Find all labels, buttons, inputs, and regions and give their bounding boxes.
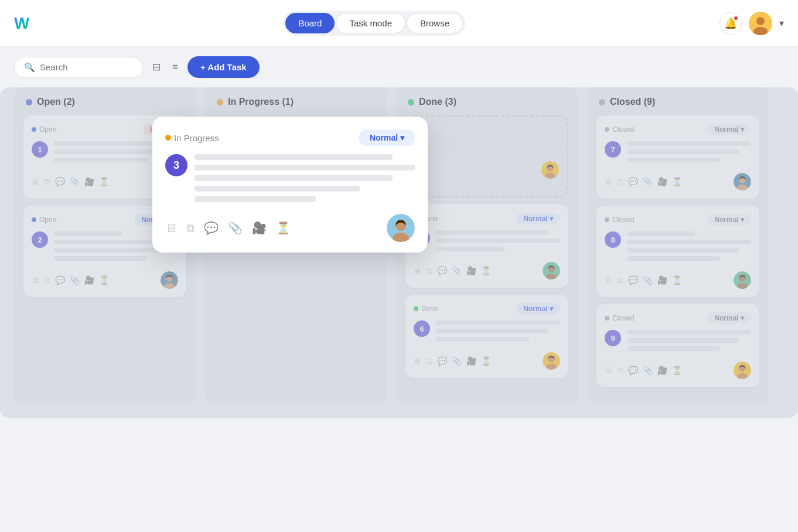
card-footer: 🖥 ⧉ 💬 📎 🎥 ⏳ — [32, 271, 178, 289]
copy-icon[interactable]: ⧉ — [427, 356, 432, 366]
card-action-icons: 🖥 ⧉ 💬 📎 🎥 ⏳ — [32, 275, 109, 285]
video-icon[interactable]: 🎥 — [466, 266, 476, 275]
video-icon[interactable]: 🎥 — [657, 366, 667, 375]
card-avatar — [734, 362, 751, 379]
priority-badge[interactable]: Normal ▾ — [707, 312, 751, 324]
card-content-line — [436, 230, 548, 235]
priority-badge[interactable]: Normal ▾ — [707, 124, 751, 135]
paperclip-icon[interactable]: 📎 — [643, 366, 653, 375]
copy-icon[interactable]: ⧉ — [427, 266, 432, 276]
copy-icon[interactable]: ⧉ — [618, 366, 623, 376]
chat-icon[interactable]: 💬 — [55, 275, 65, 285]
screen-icon[interactable]: 🖥 — [32, 275, 40, 285]
status-label: Open — [39, 125, 56, 134]
screen-icon[interactable]: 🖥 — [605, 177, 613, 186]
chat-icon[interactable]: 💬 — [628, 275, 638, 285]
chat-icon[interactable]: 💬 — [628, 366, 638, 375]
paperclip-icon[interactable]: 📎 — [228, 221, 243, 235]
copy-icon[interactable]: ⧉ — [45, 275, 50, 285]
column-closed: Closed (9) Closed Normal ▾ 7 🖥 ⧉ 💬 📎 🎥 ⏳ — [587, 87, 769, 404]
search-input[interactable] — [40, 62, 133, 72]
screen-icon[interactable]: 🖥 — [414, 266, 422, 275]
card-number: 7 — [605, 141, 621, 158]
screen-icon[interactable]: 🖥 — [605, 275, 613, 285]
column-header: Open (2) — [23, 97, 186, 107]
user-menu-chevron[interactable]: ▾ — [779, 18, 784, 29]
video-icon[interactable]: 🎥 — [657, 177, 667, 186]
chat-icon[interactable]: 💬 — [628, 177, 638, 186]
video-icon[interactable]: 🎥 — [84, 177, 94, 186]
video-icon[interactable]: 🎥 — [252, 221, 267, 235]
card-number: 3 — [165, 154, 187, 176]
screen-icon[interactable]: 🖥 — [32, 177, 40, 186]
card-avatar — [387, 214, 415, 242]
paperclip-icon[interactable]: 📎 — [70, 177, 80, 186]
hourglass-icon[interactable]: ⏳ — [672, 177, 682, 186]
chat-icon[interactable]: 💬 — [55, 177, 65, 186]
column-dot — [217, 99, 223, 105]
tab-board[interactable]: Board — [285, 13, 335, 33]
card-content-line — [54, 141, 166, 146]
priority-badge[interactable]: Normal ▾ — [359, 129, 415, 146]
hourglass-icon[interactable]: ⏳ — [99, 275, 109, 285]
video-icon[interactable]: 🎥 — [466, 356, 476, 366]
card-content-line — [627, 338, 739, 343]
copy-icon[interactable]: ⧉ — [45, 177, 50, 187]
video-icon[interactable]: 🎥 — [657, 275, 667, 285]
hourglass-icon[interactable]: ⏳ — [672, 275, 682, 285]
paperclip-icon[interactable]: 📎 — [643, 275, 653, 285]
priority-badge[interactable]: Normal ▾ — [516, 303, 560, 315]
search-box[interactable]: 🔍 — [14, 57, 143, 78]
paperclip-icon[interactable]: 📎 — [643, 177, 653, 186]
tab-task-mode[interactable]: Task mode — [336, 13, 405, 33]
screen-icon[interactable]: 🖥 — [165, 221, 177, 235]
card-number: 9 — [605, 330, 621, 346]
column-dot — [26, 99, 32, 105]
chat-icon[interactable]: 💬 — [204, 221, 219, 235]
hourglass-icon[interactable]: ⏳ — [672, 366, 682, 375]
card-number: 8 — [605, 231, 621, 248]
task-card: Done Normal ▾ 5 🖥 ⧉ 💬 📎 🎥 ⏳ — [405, 204, 568, 288]
add-task-button[interactable]: + Add Task — [187, 56, 260, 78]
paperclip-icon[interactable]: 📎 — [452, 266, 462, 275]
status-dot — [165, 135, 171, 141]
card-avatar — [161, 271, 178, 289]
card-action-icons: 🖥 ⧉ 💬 📎 🎥 ⏳ — [605, 275, 682, 285]
card-content-line — [436, 238, 560, 243]
screen-icon[interactable]: 🖥 — [605, 366, 613, 375]
paperclip-icon[interactable]: 📎 — [70, 275, 80, 285]
priority-badge[interactable]: Normal ▾ — [707, 214, 751, 226]
chat-icon[interactable]: 💬 — [437, 266, 447, 275]
card-number: 1 — [32, 141, 48, 158]
paperclip-icon[interactable]: 📎 — [452, 356, 462, 366]
copy-icon[interactable]: ⧉ — [618, 275, 623, 285]
card-avatar — [734, 173, 751, 190]
filter-button[interactable]: ⊟ — [150, 59, 163, 76]
card-action-icons: 🖥 ⧉ 💬 📎 🎥 ⏳ — [32, 177, 109, 187]
notification-bell-button[interactable]: 🔔 — [719, 12, 742, 35]
tab-browse[interactable]: Browse — [407, 13, 463, 33]
card-content-line — [627, 248, 739, 253]
hourglass-icon[interactable]: ⏳ — [481, 356, 491, 366]
priority-badge[interactable]: Normal ▾ — [516, 213, 560, 224]
user-avatar[interactable] — [749, 12, 772, 35]
task-card: Closed Normal ▾ 7 🖥 ⧉ 💬 📎 🎥 ⏳ — [596, 115, 759, 199]
video-icon[interactable]: 🎥 — [84, 275, 94, 285]
column-title: In Progress (1) — [228, 97, 294, 107]
column-header: Done (3) — [405, 97, 568, 107]
chat-icon[interactable]: 💬 — [437, 356, 447, 366]
card-content-line — [627, 240, 751, 244]
copy-icon[interactable]: ⧉ — [618, 177, 623, 187]
sort-button[interactable]: ≡ — [170, 59, 180, 76]
status-label: Closed — [612, 125, 634, 134]
status-label: Closed — [612, 314, 634, 322]
card-content-line — [195, 165, 415, 170]
card-status: Open — [32, 125, 56, 134]
copy-icon[interactable]: ⧉ — [186, 221, 195, 235]
card-action-icons: 🖥 ⧉ 💬 📎 🎥 ⏳ — [414, 266, 491, 276]
hourglass-icon[interactable]: ⏳ — [276, 221, 291, 235]
hourglass-icon[interactable]: ⏳ — [481, 266, 491, 275]
screen-icon[interactable]: 🖥 — [414, 356, 422, 366]
hourglass-icon[interactable]: ⏳ — [99, 177, 109, 186]
search-icon: 🔍 — [24, 62, 35, 73]
